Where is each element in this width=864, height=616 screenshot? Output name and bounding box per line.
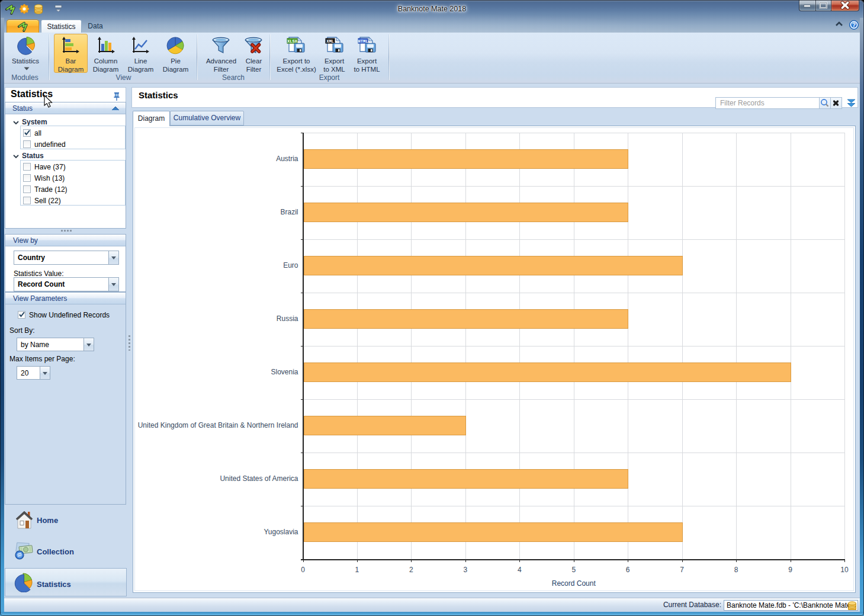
svg-text:?: ? [852,21,856,28]
svg-text:HTML: HTML [358,39,368,44]
svg-text:XML: XML [326,39,334,44]
svg-text:XLSX: XLSX [287,39,298,44]
